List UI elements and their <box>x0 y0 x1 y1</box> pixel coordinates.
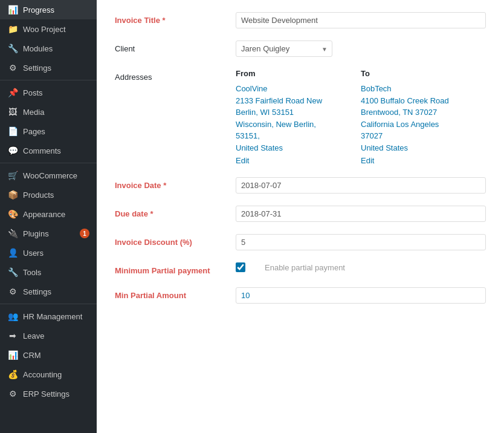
addresses-row: Addresses From CoolVine 2133 Fairfield R… <box>115 69 486 165</box>
sidebar-item-pages[interactable]: 📄 Pages <box>0 122 97 141</box>
sidebar-item-accounting[interactable]: 💰 Accounting <box>0 365 97 384</box>
plugins-icon: 🔌 <box>7 229 18 238</box>
sidebar-item-users[interactable]: 👤 Users <box>0 243 97 262</box>
sidebar-item-crm[interactable]: 📊 CRM <box>0 345 97 365</box>
modules-icon: 🔧 <box>7 44 18 53</box>
min-partial-payment-label: Minimum Partial payment <box>115 262 236 275</box>
sidebar-item-label: Plugins <box>23 229 75 238</box>
sidebar-item-settings[interactable]: ⚙ Settings <box>0 282 97 301</box>
to-line2: Brentwood, TN 37027 <box>361 106 486 119</box>
sidebar-item-comments[interactable]: 💬 Comments <box>0 141 97 160</box>
sidebar: 📊 Progress 📁 Woo Project 🔧 Modules ⚙ Set… <box>0 0 97 433</box>
invoice-discount-row: Invoice Discount (%) <box>115 234 486 250</box>
from-line3: Wisconsin, New Berlin, <box>236 119 361 131</box>
min-partial-amount-label: Min Partial Amount <box>115 287 236 300</box>
sidebar-item-label: Woo Project <box>23 25 89 34</box>
sidebar-item-modules[interactable]: 🔧 Modules <box>0 39 97 58</box>
sidebar-item-woo-project[interactable]: 📁 Woo Project <box>0 19 97 39</box>
users-icon: 👤 <box>7 248 18 258</box>
sidebar-item-label: Modules <box>23 44 89 53</box>
min-partial-amount-row: Min Partial Amount <box>115 287 486 304</box>
woo-project-icon: 📁 <box>7 24 18 34</box>
from-header: From <box>236 69 361 78</box>
sidebar-item-label: Pages <box>23 127 89 136</box>
to-company: BobTech <box>361 83 486 95</box>
invoice-date-input[interactable] <box>236 177 486 194</box>
addresses-section: From CoolVine 2133 Fairfield Road New Be… <box>236 69 486 165</box>
invoice-discount-input[interactable] <box>236 234 486 250</box>
hr-management-icon: 👥 <box>7 311 18 321</box>
invoice-title-label: Invoice Title * <box>115 12 236 25</box>
invoice-discount-label: Invoice Discount (%) <box>115 234 236 247</box>
to-line3: California Los Angeles <box>361 119 486 131</box>
sidebar-item-progress[interactable]: 📊 Progress <box>0 0 97 19</box>
sidebar-item-label: HR Management <box>23 312 89 321</box>
main-content: Invoice Title * Client Jaren Quigley Add… <box>97 0 504 433</box>
to-address-col: To BobTech 4100 Buffalo Creek Road Brent… <box>361 69 486 165</box>
tools-icon: 🔧 <box>7 267 18 277</box>
leave-icon: ➡ <box>7 331 18 340</box>
client-select-wrap: Jaren Quigley <box>236 41 332 57</box>
sidebar-item-appearance[interactable]: 🎨 Appearance <box>0 204 97 224</box>
to-edit-link[interactable]: Edit <box>361 156 486 165</box>
sidebar-item-label: Media <box>23 108 89 117</box>
settings-icon: ⚙ <box>7 287 18 296</box>
sidebar-item-label: Progress <box>23 5 89 15</box>
from-line2: Berlin, WI 53151 <box>236 106 361 119</box>
sidebar-item-woocommerce[interactable]: 🛒 WooCommerce <box>0 166 97 185</box>
sidebar-item-settings-top[interactable]: ⚙ Settings <box>0 58 97 77</box>
from-edit-link[interactable]: Edit <box>236 156 361 165</box>
appearance-icon: 🎨 <box>7 209 18 219</box>
pages-icon: 📄 <box>7 126 18 136</box>
crm-icon: 📊 <box>7 350 18 360</box>
sidebar-item-label: Posts <box>23 88 89 97</box>
sidebar-item-label: Settings <box>23 287 89 296</box>
due-date-input[interactable] <box>236 206 486 222</box>
sidebar-item-plugins[interactable]: 🔌 Plugins 1 <box>0 224 97 243</box>
woocommerce-icon: 🛒 <box>7 171 18 180</box>
addresses-label: Addresses <box>115 69 236 82</box>
from-line1: 2133 Fairfield Road New <box>236 95 361 107</box>
sidebar-item-label: Tools <box>23 268 89 277</box>
sidebar-item-label: Users <box>23 249 89 258</box>
invoice-title-row: Invoice Title * <box>115 12 486 28</box>
client-row: Client Jaren Quigley <box>115 41 486 57</box>
sidebar-item-erp-settings[interactable]: ⚙ ERP Settings <box>0 384 97 403</box>
posts-icon: 📌 <box>7 88 18 97</box>
settings-top-icon: ⚙ <box>7 63 18 73</box>
sidebar-item-label: Leave <box>23 331 89 340</box>
plugins-badge: 1 <box>80 229 89 238</box>
sidebar-divider <box>0 304 97 304</box>
media-icon: 🖼 <box>7 107 18 117</box>
from-line5: United States <box>236 142 361 154</box>
sidebar-item-posts[interactable]: 📌 Posts <box>0 83 97 102</box>
sidebar-item-label: ERP Settings <box>23 389 89 399</box>
to-line5: United States <box>361 142 486 154</box>
sidebar-item-leave[interactable]: ➡ Leave <box>0 326 97 345</box>
erp-settings-icon: ⚙ <box>7 389 18 399</box>
min-partial-amount-input[interactable] <box>236 287 486 304</box>
from-line4: 53151, <box>236 130 361 142</box>
sidebar-item-label: Products <box>23 190 89 200</box>
sidebar-item-media[interactable]: 🖼 Media <box>0 102 97 122</box>
sidebar-item-tools[interactable]: 🔧 Tools <box>0 262 97 282</box>
sidebar-item-hr-management[interactable]: 👥 HR Management <box>0 307 97 326</box>
comments-icon: 💬 <box>7 146 18 155</box>
sidebar-divider <box>0 163 97 163</box>
from-address-col: From CoolVine 2133 Fairfield Road New Be… <box>236 69 361 165</box>
addresses-grid: From CoolVine 2133 Fairfield Road New Be… <box>236 69 486 165</box>
sidebar-item-label: CRM <box>23 351 89 360</box>
client-select[interactable]: Jaren Quigley <box>236 41 332 57</box>
sidebar-item-label: Appearance <box>23 210 89 219</box>
sidebar-divider <box>0 80 97 80</box>
due-date-label: Due date * <box>115 206 236 218</box>
partial-payment-controls: Enable partial payment <box>236 262 345 272</box>
partial-payment-checkbox[interactable] <box>236 262 245 272</box>
invoice-title-input[interactable] <box>236 12 486 28</box>
sidebar-item-products[interactable]: 📦 Products <box>0 185 97 204</box>
to-line1: 4100 Buffalo Creek Road <box>361 95 486 107</box>
sidebar-item-label: Settings <box>23 63 89 73</box>
sidebar-item-label: Accounting <box>23 370 89 379</box>
due-date-row: Due date * <box>115 206 486 222</box>
to-header: To <box>361 69 486 78</box>
